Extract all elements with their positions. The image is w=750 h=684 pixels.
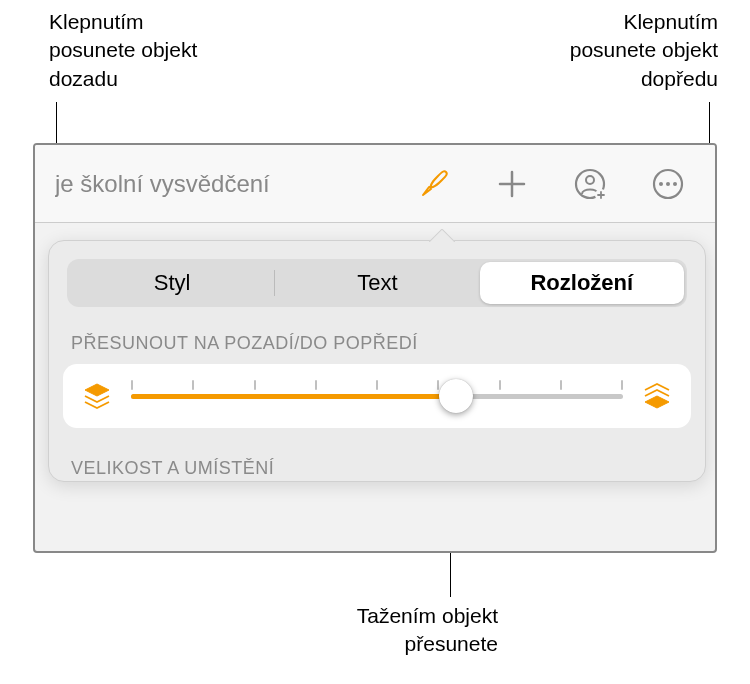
callout-top-right: Klepnutímposunete objektdopředu bbox=[488, 8, 718, 93]
section-label-layering: PŘESUNOUT NA POZADÍ/DO POPŘEDÍ bbox=[49, 307, 705, 364]
collaborate-icon[interactable] bbox=[573, 167, 607, 201]
callout-top-left: Klepnutímposunete objektdozadu bbox=[49, 8, 269, 93]
document-title: je školní vysvědčení bbox=[55, 170, 417, 198]
svg-point-5 bbox=[666, 182, 670, 186]
svg-point-6 bbox=[673, 182, 677, 186]
more-icon[interactable] bbox=[651, 167, 685, 201]
tab-text[interactable]: Text bbox=[275, 262, 479, 304]
popover-arrow bbox=[429, 229, 455, 242]
tab-label: Rozložení bbox=[530, 270, 633, 296]
slider-fill bbox=[131, 394, 456, 399]
front-layers-icon[interactable] bbox=[641, 380, 673, 412]
segmented-control: Styl Text Rozložení bbox=[67, 259, 687, 307]
section-label-size: VELIKOST A UMÍSTĚNÍ bbox=[49, 428, 705, 481]
tab-layout[interactable]: Rozložení bbox=[480, 262, 684, 304]
layering-slider-row bbox=[63, 364, 691, 428]
brush-icon[interactable] bbox=[417, 167, 451, 201]
slider-ticks bbox=[131, 380, 623, 394]
svg-point-1 bbox=[586, 176, 594, 184]
callout-text: Tažením objektpřesunete bbox=[357, 604, 498, 655]
tab-style[interactable]: Styl bbox=[70, 262, 274, 304]
toolbar: je školní vysvědčení bbox=[35, 145, 715, 223]
layering-slider[interactable] bbox=[131, 376, 623, 416]
plus-icon[interactable] bbox=[495, 167, 529, 201]
screenshot-frame: je školní vysvědčení bbox=[33, 143, 717, 553]
back-layers-icon[interactable] bbox=[81, 380, 113, 412]
tab-label: Styl bbox=[154, 270, 191, 296]
tab-label: Text bbox=[357, 270, 397, 296]
callout-text: Klepnutímposunete objektdozadu bbox=[49, 10, 197, 90]
slider-thumb[interactable] bbox=[439, 379, 473, 413]
callout-text: Klepnutímposunete objektdopředu bbox=[570, 10, 718, 90]
toolbar-icons bbox=[417, 167, 695, 201]
format-popover: Styl Text Rozložení PŘESUNOUT NA POZADÍ/… bbox=[48, 240, 706, 482]
svg-point-4 bbox=[659, 182, 663, 186]
callout-bottom: Tažením objektpřesunete bbox=[318, 602, 498, 659]
